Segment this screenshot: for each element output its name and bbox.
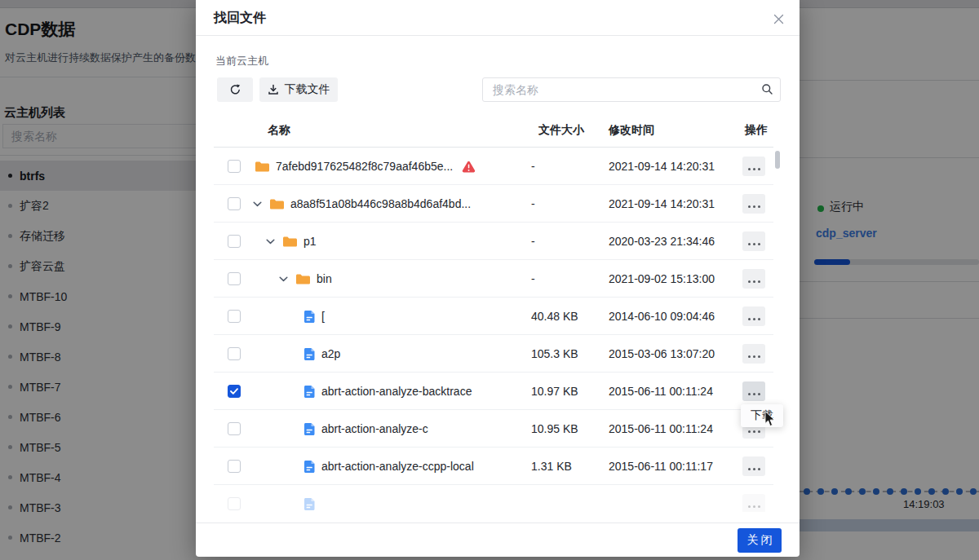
row-actions-button[interactable] bbox=[742, 381, 765, 401]
chevron-down-icon[interactable] bbox=[279, 276, 290, 282]
row-actions-button[interactable] bbox=[742, 306, 765, 326]
file-name-cell: abrt-action-analyze-backtrace bbox=[303, 373, 472, 410]
download-icon bbox=[268, 84, 279, 95]
file-modified-time: 2015-06-11 00:11:24 bbox=[609, 410, 713, 448]
row-checkbox[interactable] bbox=[228, 310, 241, 323]
row-checkbox[interactable] bbox=[228, 160, 241, 173]
file-modified-time: 2021-09-14 14:20:31 bbox=[609, 185, 715, 223]
file-name: [ bbox=[321, 310, 325, 323]
file-name-cell: bin bbox=[279, 260, 332, 298]
current-host-label: 当前云主机 bbox=[215, 54, 268, 68]
table-scrollbar[interactable] bbox=[775, 151, 780, 169]
ellipsis-icon bbox=[746, 311, 761, 323]
row-checkbox[interactable] bbox=[228, 197, 241, 210]
warning-icon bbox=[462, 161, 476, 173]
file-name-cell: [ bbox=[303, 298, 325, 335]
row-checkbox[interactable] bbox=[228, 422, 241, 435]
file-icon bbox=[303, 422, 316, 436]
file-size: - bbox=[531, 148, 535, 185]
file-table: 名称 文件大小 修改时间 操作 7afebd917625482f8c79aaf4… bbox=[196, 117, 800, 512]
row-actions-button[interactable] bbox=[742, 269, 765, 289]
download-files-button[interactable]: 下载文件 bbox=[259, 77, 338, 102]
search-icon[interactable] bbox=[761, 83, 773, 99]
row-checkbox[interactable] bbox=[228, 460, 241, 473]
table-row: 7afebd917625482f8c79aaf46b5e...-2021-09-… bbox=[196, 148, 800, 185]
file-icon bbox=[303, 347, 316, 361]
file-name: bin bbox=[317, 272, 332, 285]
file-name-cell: a2p bbox=[303, 335, 340, 373]
file-search bbox=[482, 77, 781, 102]
file-size: 40.48 KB bbox=[531, 298, 578, 335]
file-size: 105.3 KB bbox=[531, 335, 578, 373]
modal-title: 找回文件 bbox=[214, 0, 266, 36]
row-checkbox[interactable] bbox=[228, 347, 241, 360]
table-row: abrt-action-analyze-backtrace10.97 KB201… bbox=[196, 373, 800, 410]
download-button-label: 下载文件 bbox=[285, 82, 330, 97]
retrieve-files-modal: 找回文件 当前云主机 下载文件 名称 文件大小 bbox=[196, 0, 800, 557]
file-size: 10.95 KB bbox=[531, 410, 578, 448]
app-window: CDP数据 对云主机进行持续数据保护产生的备份数据，存放 云主机列表 btrfs… bbox=[0, 0, 979, 560]
file-icon bbox=[303, 310, 316, 324]
table-row: bin-2021-09-02 15:13:00 bbox=[196, 260, 800, 298]
column-header-actions: 操作 bbox=[745, 123, 768, 138]
row-actions-button[interactable] bbox=[742, 194, 765, 214]
file-modified-time: 2015-06-11 00:11:17 bbox=[609, 448, 713, 485]
file-name-cell: 7afebd917625482f8c79aaf46b5e... bbox=[255, 148, 476, 185]
column-header-modified: 修改时间 bbox=[609, 123, 654, 138]
table-row: p1-2020-03-23 21:34:46 bbox=[196, 223, 800, 260]
ellipsis-icon bbox=[746, 161, 761, 173]
file-name: abrt-action-analyze-c bbox=[321, 422, 428, 435]
folder-icon bbox=[255, 161, 270, 173]
refresh-button[interactable] bbox=[217, 77, 253, 102]
file-modified-time: 2015-06-11 00:11:24 bbox=[609, 373, 713, 410]
download-menu-item[interactable]: 下载 bbox=[741, 404, 783, 427]
file-name: 7afebd917625482f8c79aaf46b5e... bbox=[276, 160, 453, 173]
file-size: - bbox=[531, 185, 535, 223]
row-checkbox[interactable] bbox=[228, 497, 241, 510]
table-row: a2p105.3 KB2015-03-06 13:07:20 bbox=[196, 335, 800, 373]
row-checkbox[interactable] bbox=[228, 272, 241, 285]
table-row: abrt-action-analyze-ccpp-local1.31 KB201… bbox=[196, 448, 800, 485]
file-name: a2p bbox=[321, 347, 340, 360]
chevron-down-icon[interactable] bbox=[253, 201, 264, 207]
table-row bbox=[196, 485, 800, 512]
table-row: abrt-action-analyze-c10.95 KB2015-06-11 … bbox=[196, 410, 800, 448]
row-actions-button[interactable] bbox=[742, 344, 765, 364]
mouse-cursor-icon bbox=[764, 411, 776, 430]
file-name-cell: a8a8f51a08b446c98a8b4d6af4bd... bbox=[253, 185, 471, 223]
folder-icon bbox=[282, 236, 298, 248]
file-modified-time: 2021-09-14 14:20:31 bbox=[609, 148, 715, 185]
row-checkbox[interactable] bbox=[228, 235, 241, 248]
file-modified-time: 2014-06-10 09:04:46 bbox=[609, 298, 715, 335]
column-header-size: 文件大小 bbox=[538, 123, 584, 138]
ellipsis-icon bbox=[746, 498, 761, 510]
table-row: a8a8f51a08b446c98a8b4d6af4bd...-2021-09-… bbox=[196, 185, 800, 223]
row-actions-button[interactable] bbox=[742, 494, 765, 512]
close-button[interactable]: 关闭 bbox=[738, 528, 782, 553]
modal-header: 找回文件 bbox=[196, 0, 800, 36]
file-name-cell: abrt-action-analyze-ccpp-local bbox=[303, 448, 474, 485]
file-name-cell: p1 bbox=[266, 223, 317, 260]
file-size: 10.97 KB bbox=[531, 373, 578, 410]
file-search-input[interactable] bbox=[482, 77, 781, 102]
row-actions-button[interactable] bbox=[742, 456, 765, 476]
folder-icon bbox=[269, 198, 285, 210]
file-name: abrt-action-analyze-backtrace bbox=[321, 385, 472, 398]
close-icon[interactable] bbox=[772, 12, 785, 25]
row-actions-button[interactable] bbox=[742, 157, 765, 176]
chevron-down-icon[interactable] bbox=[266, 239, 277, 245]
ellipsis-icon bbox=[746, 386, 761, 398]
file-icon bbox=[303, 385, 316, 399]
row-actions-button[interactable] bbox=[742, 231, 765, 251]
row-checkbox[interactable] bbox=[228, 385, 241, 398]
folder-icon bbox=[295, 273, 311, 285]
file-name: abrt-action-analyze-ccpp-local bbox=[321, 460, 474, 473]
file-name: a8a8f51a08b446c98a8b4d6af4bd... bbox=[290, 197, 471, 210]
ellipsis-icon bbox=[746, 236, 761, 248]
column-header-name: 名称 bbox=[268, 123, 290, 138]
file-modified-time: 2020-03-23 21:34:46 bbox=[609, 223, 715, 260]
file-icon bbox=[303, 497, 316, 511]
file-size: - bbox=[531, 223, 535, 260]
file-modified-time: 2015-03-06 13:07:20 bbox=[609, 335, 715, 373]
file-name-cell bbox=[303, 485, 316, 512]
